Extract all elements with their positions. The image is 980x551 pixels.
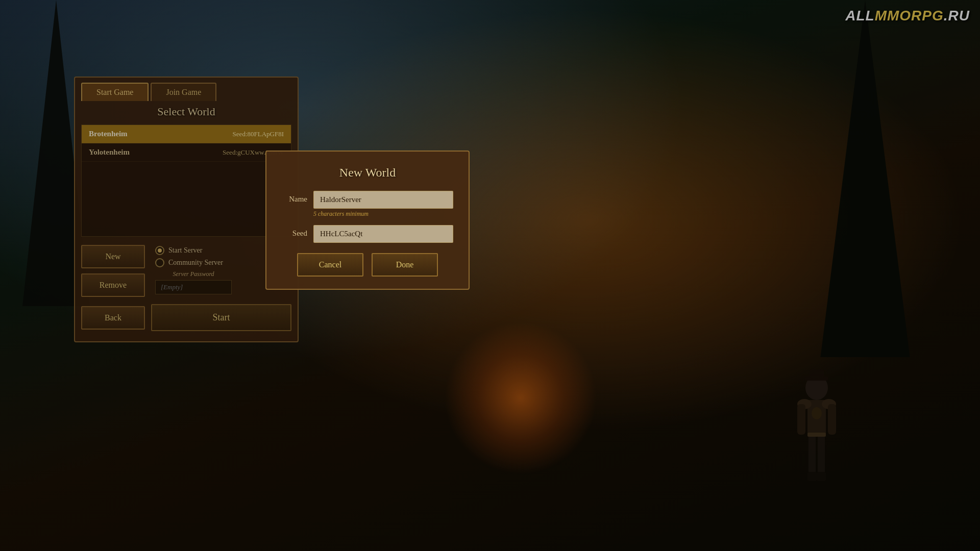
name-label: Name [282, 191, 307, 204]
name-hint: 5 characters minimum [313, 210, 453, 218]
name-input[interactable] [313, 191, 453, 209]
dialog-backdrop [0, 0, 980, 551]
new-world-dialog: New World Name 5 characters minimum Seed… [265, 151, 470, 290]
seed-label: Seed [282, 225, 307, 238]
cancel-button[interactable]: Cancel [297, 253, 363, 277]
name-row: Name 5 characters minimum [282, 191, 453, 218]
seed-field-group [313, 225, 453, 243]
done-button[interactable]: Done [372, 253, 438, 277]
seed-row: Seed [282, 225, 453, 243]
seed-input[interactable] [313, 225, 453, 243]
dialog-title: New World [282, 166, 453, 180]
name-field-group: 5 characters minimum [313, 191, 453, 218]
dialog-buttons: Cancel Done [282, 253, 453, 277]
